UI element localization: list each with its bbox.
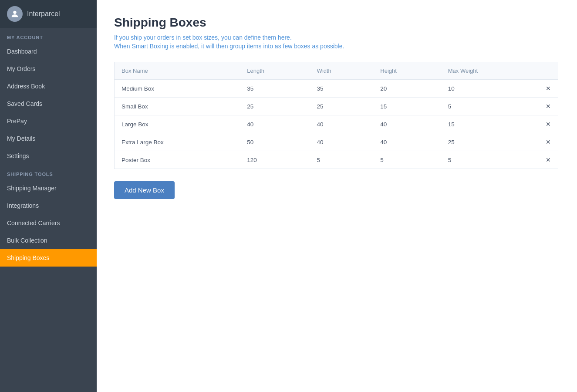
sidebar-item-settings[interactable]: Settings xyxy=(0,147,97,165)
delete-row-button[interactable]: ✕ xyxy=(539,80,558,98)
table-row: Small Box 25 25 15 5 ✕ xyxy=(115,98,558,115)
delete-row-button[interactable]: ✕ xyxy=(539,98,558,115)
col-header-max-weight: Max Weight xyxy=(441,62,539,80)
table-row: Large Box 40 40 40 15 ✕ xyxy=(115,115,558,133)
cell-box-name: Poster Box xyxy=(115,151,240,169)
sidebar: Interparcel MY ACCOUNT Dashboard My Orde… xyxy=(0,0,97,392)
cell-box-name: Extra Large Box xyxy=(115,133,240,151)
col-header-width: Width xyxy=(310,62,374,80)
cell-max-weight: 15 xyxy=(441,115,539,133)
cell-length: 50 xyxy=(240,133,310,151)
cell-length: 35 xyxy=(240,80,310,98)
delete-row-button[interactable]: ✕ xyxy=(539,115,558,133)
cell-height: 15 xyxy=(373,98,441,115)
col-header-actions xyxy=(539,62,558,80)
cell-height: 40 xyxy=(373,115,441,133)
sidebar-item-prepay[interactable]: PrePay xyxy=(0,112,97,130)
cell-box-name: Medium Box xyxy=(115,80,240,98)
main-content: Shipping Boxes If you ship your orders i… xyxy=(97,0,577,392)
sidebar-username: Interparcel xyxy=(27,10,60,18)
shipping-tools-section-label: SHIPPING TOOLS xyxy=(0,165,97,179)
avatar xyxy=(7,6,23,22)
cell-box-name: Small Box xyxy=(115,98,240,115)
sidebar-item-address-book[interactable]: Address Book xyxy=(0,78,97,95)
page-description-line2: When Smart Boxing is enabled, it will th… xyxy=(114,43,560,50)
page-title: Shipping Boxes xyxy=(114,16,560,30)
sidebar-item-bulk-collection[interactable]: Bulk Collection xyxy=(0,232,97,249)
cell-max-weight: 25 xyxy=(441,133,539,151)
cell-width: 35 xyxy=(310,80,374,98)
cell-max-weight: 5 xyxy=(441,98,539,115)
sidebar-item-connected-carriers[interactable]: Connected Carriers xyxy=(0,214,97,232)
cell-box-name: Large Box xyxy=(115,115,240,133)
sidebar-header: Interparcel xyxy=(0,0,97,28)
cell-length: 120 xyxy=(240,151,310,169)
sidebar-item-shipping-manager[interactable]: Shipping Manager xyxy=(0,179,97,197)
cell-length: 40 xyxy=(240,115,310,133)
table-header-row: Box Name Length Width Height Max Weight xyxy=(115,62,558,80)
cell-max-weight: 5 xyxy=(441,151,539,169)
my-account-section-label: MY ACCOUNT xyxy=(0,28,97,43)
table-row: Medium Box 35 35 20 10 ✕ xyxy=(115,80,558,98)
table-row: Poster Box 120 5 5 5 ✕ xyxy=(115,151,558,169)
col-header-length: Length xyxy=(240,62,310,80)
table-row: Extra Large Box 50 40 40 25 ✕ xyxy=(115,133,558,151)
col-header-box-name: Box Name xyxy=(115,62,240,80)
col-header-height: Height xyxy=(373,62,441,80)
sidebar-item-integrations[interactable]: Integrations xyxy=(0,197,97,214)
sidebar-item-shipping-boxes[interactable]: Shipping Boxes xyxy=(0,249,97,267)
boxes-table-body: Medium Box 35 35 20 10 ✕ Small Box 25 25… xyxy=(115,80,558,169)
cell-width: 25 xyxy=(310,98,374,115)
add-new-box-button[interactable]: Add New Box xyxy=(114,181,175,199)
cell-width: 40 xyxy=(310,133,374,151)
cell-max-weight: 10 xyxy=(441,80,539,98)
svg-point-0 xyxy=(13,11,16,14)
shipping-boxes-table: Box Name Length Width Height Max Weight … xyxy=(114,62,558,169)
sidebar-item-my-orders[interactable]: My Orders xyxy=(0,60,97,78)
delete-row-button[interactable]: ✕ xyxy=(539,133,558,151)
delete-row-button[interactable]: ✕ xyxy=(539,151,558,169)
cell-length: 25 xyxy=(240,98,310,115)
sidebar-item-saved-cards[interactable]: Saved Cards xyxy=(0,95,97,112)
sidebar-item-dashboard[interactable]: Dashboard xyxy=(0,43,97,60)
cell-height: 40 xyxy=(373,133,441,151)
sidebar-item-my-details[interactable]: My Details xyxy=(0,130,97,147)
cell-height: 20 xyxy=(373,80,441,98)
cell-width: 40 xyxy=(310,115,374,133)
page-description-line1: If you ship your orders in set box sizes… xyxy=(114,34,560,41)
cell-height: 5 xyxy=(373,151,441,169)
cell-width: 5 xyxy=(310,151,374,169)
